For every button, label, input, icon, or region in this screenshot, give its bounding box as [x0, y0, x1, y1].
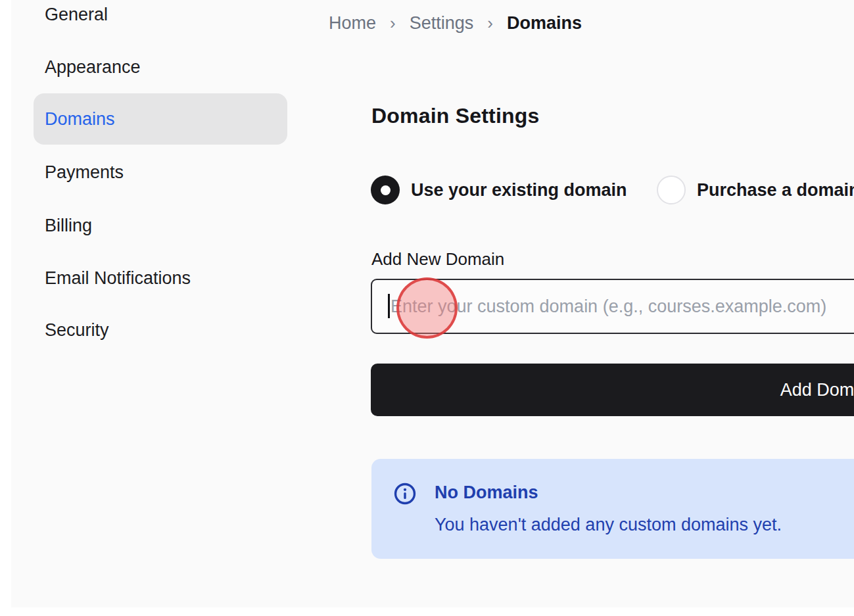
- sidebar-item-label: General: [45, 5, 108, 25]
- sidebar-item-label: Email Notifications: [45, 268, 191, 289]
- sidebar-item-payments[interactable]: Payments: [34, 147, 287, 198]
- radio-purchase-domain[interactable]: Purchase a domain: [657, 176, 854, 204]
- sidebar-item-domains[interactable]: Domains: [34, 93, 287, 145]
- alert-message: You haven't added any custom domains yet…: [435, 515, 782, 535]
- sidebar-item-label: Appearance: [45, 57, 141, 78]
- breadcrumb-home[interactable]: Home: [329, 13, 376, 34]
- sidebar-item-label: Domains: [45, 109, 115, 130]
- custom-domain-input[interactable]: [371, 279, 854, 334]
- sidebar-item-label: Billing: [45, 216, 92, 236]
- sidebar-item-billing[interactable]: Billing: [34, 200, 287, 251]
- sidebar-item-appearance[interactable]: Appearance: [34, 41, 287, 93]
- sidebar-item-label: Payments: [45, 162, 124, 183]
- alert-title: No Domains: [435, 483, 538, 503]
- bottom-edge-strip: [0, 607, 854, 616]
- info-circle-icon: [394, 483, 416, 505]
- domain-mode-radio-group: Use your existing domain Purchase a doma…: [371, 176, 854, 206]
- add-new-domain-label: Add New Domain: [371, 249, 504, 270]
- sidebar-item-general[interactable]: General: [34, 0, 287, 40]
- add-domain-button[interactable]: Add Domain: [371, 364, 854, 416]
- page-title: Domain Settings: [371, 104, 539, 128]
- no-domains-alert: No Domains You haven't added any custom …: [371, 459, 854, 559]
- sidebar-item-label: Security: [45, 320, 109, 341]
- radio-label: Purchase a domain: [697, 180, 854, 201]
- chevron-right-icon: ›: [487, 13, 493, 34]
- left-edge-strip: [0, 0, 11, 616]
- radio-use-existing-domain[interactable]: Use your existing domain: [371, 176, 627, 204]
- chevron-right-icon: ›: [390, 13, 396, 34]
- radio-selected-icon: [371, 176, 400, 204]
- breadcrumb-settings[interactable]: Settings: [410, 13, 474, 34]
- breadcrumb-domains-current: Domains: [507, 13, 582, 34]
- add-domain-button-label: Add Domain: [780, 380, 854, 400]
- radio-label: Use your existing domain: [411, 180, 627, 201]
- sidebar-item-security[interactable]: Security: [34, 304, 287, 356]
- radio-unselected-icon: [657, 176, 686, 204]
- text-cursor: [388, 294, 390, 318]
- breadcrumb: Home › Settings › Domains: [329, 11, 582, 36]
- sidebar-item-email-notifications[interactable]: Email Notifications: [34, 252, 287, 304]
